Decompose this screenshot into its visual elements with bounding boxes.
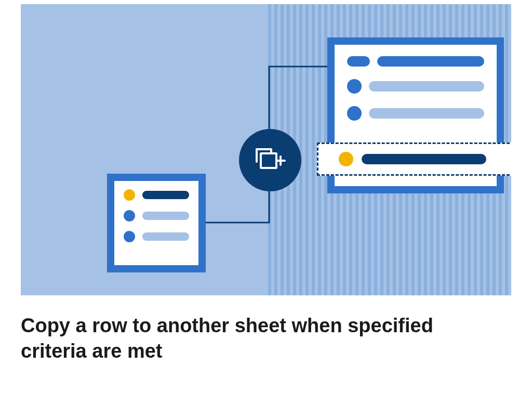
header-bar: [377, 56, 484, 67]
dest-row-3: [347, 106, 484, 121]
status-dot-blue: [124, 210, 135, 221]
row-bar-light: [369, 108, 484, 119]
action-badge: [239, 129, 301, 191]
row-bar-light: [142, 232, 189, 241]
dest-row-2: [347, 79, 484, 94]
row-bar-dark: [142, 191, 189, 199]
diagram-illustration: [21, 4, 511, 295]
template-card: Copy a row to another sheet when specifi…: [21, 4, 511, 364]
status-dot-blue: [347, 79, 362, 94]
row-bar-light: [142, 212, 189, 220]
source-row-2: [124, 210, 189, 221]
source-row-3: [124, 231, 189, 242]
status-dot-blue: [347, 106, 362, 121]
svg-rect-0: [261, 153, 276, 168]
source-row-1: [124, 189, 189, 201]
row-bar-light: [369, 81, 484, 92]
status-dot-yellow: [124, 189, 135, 201]
copied-row-placeholder: [317, 142, 511, 176]
source-sheet: [107, 174, 206, 272]
status-dot-yellow: [339, 152, 353, 166]
copy-add-icon: [254, 146, 287, 174]
status-dot-blue: [124, 231, 135, 242]
dest-header-row: [347, 56, 484, 67]
header-pill: [347, 56, 370, 67]
row-bar-dark: [362, 154, 486, 164]
template-title: Copy a row to another sheet when specifi…: [21, 313, 436, 364]
